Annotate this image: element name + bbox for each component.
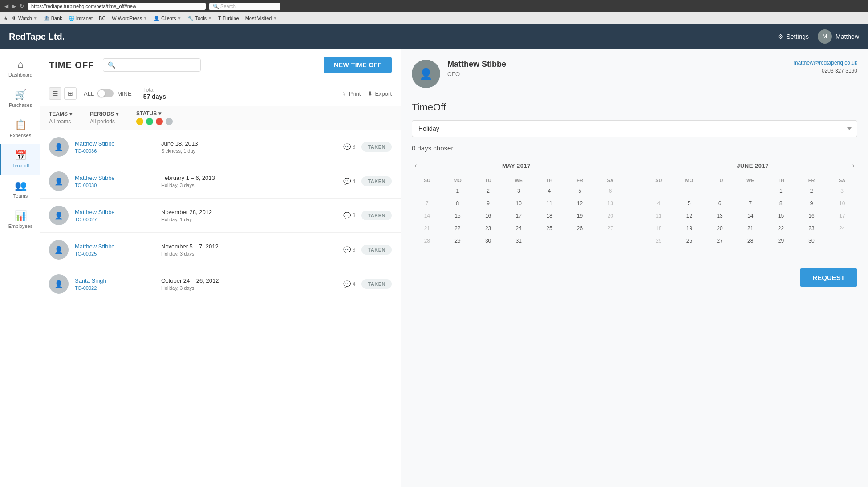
timeoff-type-select[interactable]: HolidaySicknessCompassionateOther: [412, 120, 857, 137]
periods-filter-button[interactable]: PERIODS ▾: [90, 111, 118, 117]
calendar-day[interactable]: 28: [735, 235, 766, 247]
calendar-day[interactable]: 26: [564, 222, 595, 235]
calendar-day[interactable]: 29: [442, 235, 473, 247]
status-dot-approved[interactable]: [146, 118, 153, 125]
calendar-day[interactable]: 5: [564, 185, 595, 197]
status-dot-pending[interactable]: [136, 118, 143, 125]
browser-refresh-icon[interactable]: ↻: [20, 3, 24, 9]
calendar-day[interactable]: 10: [503, 197, 534, 210]
teams-filter-button[interactable]: TEAMS ▾: [49, 111, 72, 117]
bookmark-clients[interactable]: 👤 Clients ▼: [151, 15, 184, 22]
browser-search[interactable]: 🔍 Search: [209, 3, 280, 10]
calendar-day[interactable]: 23: [796, 222, 827, 235]
calendar-day[interactable]: 7: [735, 197, 766, 210]
calendar-day[interactable]: 15: [442, 210, 473, 222]
bookmark-wordpress[interactable]: W WordPress ▼: [110, 15, 150, 22]
sidebar-item-teams[interactable]: 👥 Teams: [0, 175, 40, 205]
record-row[interactable]: 👤 Matthew Stibbe TO-00025 November 5 – 7…: [40, 233, 401, 267]
status-dot-cancelled[interactable]: [166, 118, 173, 125]
search-input[interactable]: [119, 62, 196, 69]
calendar-day[interactable]: 29: [766, 235, 796, 247]
calendar-day[interactable]: 2: [796, 185, 827, 197]
calendar-day[interactable]: 13: [705, 210, 735, 222]
calendar-day[interactable]: 14: [412, 210, 442, 222]
calendar-day[interactable]: 3: [827, 185, 857, 197]
calendar-day[interactable]: 11: [644, 210, 674, 222]
bookmark-watch[interactable]: 👁 Watch ▼: [10, 15, 40, 22]
bookmark-bc[interactable]: BC: [97, 15, 108, 22]
calendar-day[interactable]: 22: [766, 222, 796, 235]
calendar-day[interactable]: 25: [534, 222, 565, 235]
calendar-day[interactable]: 3: [503, 185, 534, 197]
calendar-day[interactable]: 17: [827, 210, 857, 222]
calendar-day[interactable]: 27: [595, 222, 626, 235]
browser-back-icon[interactable]: ◀: [4, 3, 8, 9]
calendar-day[interactable]: 28: [412, 235, 442, 247]
june-next-button[interactable]: ›: [850, 161, 857, 170]
calendar-day[interactable]: 20: [705, 222, 735, 235]
calendar-day[interactable]: 6: [595, 185, 626, 197]
calendar-day[interactable]: 18: [644, 222, 674, 235]
calendar-day[interactable]: 21: [412, 222, 442, 235]
bookmark-intranet[interactable]: 🌐 Intranet: [66, 15, 95, 22]
may-prev-button[interactable]: ‹: [412, 161, 419, 170]
calendar-day[interactable]: 4: [644, 197, 674, 210]
browser-forward-icon[interactable]: ▶: [12, 3, 16, 9]
calendar-day[interactable]: 8: [442, 197, 473, 210]
calendar-day[interactable]: 7: [412, 197, 442, 210]
calendar-day[interactable]: 17: [503, 210, 534, 222]
calendar-day[interactable]: 12: [564, 197, 595, 210]
print-button[interactable]: 🖨 Print: [341, 90, 361, 97]
calendar-day[interactable]: 22: [442, 222, 473, 235]
settings-button[interactable]: ⚙ Settings: [778, 33, 809, 40]
calendar-day[interactable]: 5: [674, 197, 705, 210]
calendar-day[interactable]: 4: [534, 185, 565, 197]
request-button[interactable]: REQUEST: [800, 268, 857, 287]
calendar-day[interactable]: 1: [766, 185, 796, 197]
calendar-day[interactable]: 1: [442, 185, 473, 197]
calendar-day[interactable]: 19: [564, 210, 595, 222]
calendar-day[interactable]: 21: [735, 222, 766, 235]
bookmark-turbine[interactable]: T Turbine: [216, 15, 241, 22]
calendar-day[interactable]: 16: [796, 210, 827, 222]
calendar-day[interactable]: 30: [473, 235, 503, 247]
calendar-day[interactable]: 20: [595, 210, 626, 222]
calendar-day[interactable]: 6: [705, 197, 735, 210]
profile-email[interactable]: matthew@redtapehq.co.uk: [793, 60, 857, 66]
record-row[interactable]: 👤 Matthew Stibbe TO-00030 February 1 – 6…: [40, 164, 401, 199]
sidebar-item-expenses[interactable]: 📋 Expenses: [0, 114, 40, 144]
calendar-day[interactable]: 13: [595, 197, 626, 210]
browser-url[interactable]: https://redtape.turbinehq.com/beta/time_…: [28, 3, 206, 10]
calendar-day[interactable]: 27: [705, 235, 735, 247]
grid-view-button[interactable]: ⊞: [64, 87, 77, 100]
calendar-day[interactable]: 18: [534, 210, 565, 222]
calendar-day[interactable]: 24: [827, 222, 857, 235]
sidebar-item-purchases[interactable]: 🛒 Purchases: [0, 84, 40, 114]
calendar-day[interactable]: 16: [473, 210, 503, 222]
sidebar-item-employees[interactable]: 📊 Employees: [0, 205, 40, 235]
record-row[interactable]: 👤 Matthew Stibbe TO-00027 November 28, 2…: [40, 199, 401, 233]
calendar-day[interactable]: 19: [674, 222, 705, 235]
calendar-day[interactable]: 9: [796, 197, 827, 210]
bookmark-tools[interactable]: 🔧 Tools ▼: [185, 15, 214, 22]
all-mine-switch[interactable]: [97, 89, 114, 97]
record-row[interactable]: 👤 Sarita Singh TO-00022 October 24 – 26,…: [40, 267, 401, 301]
calendar-day[interactable]: 9: [473, 197, 503, 210]
calendar-day[interactable]: 30: [796, 235, 827, 247]
user-menu-button[interactable]: M Matthew: [818, 29, 859, 44]
calendar-day[interactable]: 11: [534, 197, 565, 210]
calendar-day[interactable]: 23: [473, 222, 503, 235]
bookmark-bank[interactable]: 🏦 Bank: [41, 15, 65, 22]
calendar-day[interactable]: 25: [644, 235, 674, 247]
sidebar-item-timeoff[interactable]: 📅 Time off: [0, 144, 40, 175]
record-row[interactable]: 👤 Matthew Stibbe TO-00036 June 18, 2013 …: [40, 130, 401, 164]
sidebar-item-dashboard[interactable]: ⌂ Dashboard: [0, 53, 40, 84]
calendar-day[interactable]: 31: [503, 235, 534, 247]
calendar-day[interactable]: 10: [827, 197, 857, 210]
calendar-day[interactable]: 24: [503, 222, 534, 235]
calendar-day[interactable]: 26: [674, 235, 705, 247]
calendar-day[interactable]: 8: [766, 197, 796, 210]
status-filter-button[interactable]: STATUS ▾: [136, 110, 173, 117]
status-dot-declined[interactable]: [156, 118, 163, 125]
calendar-day[interactable]: 12: [674, 210, 705, 222]
